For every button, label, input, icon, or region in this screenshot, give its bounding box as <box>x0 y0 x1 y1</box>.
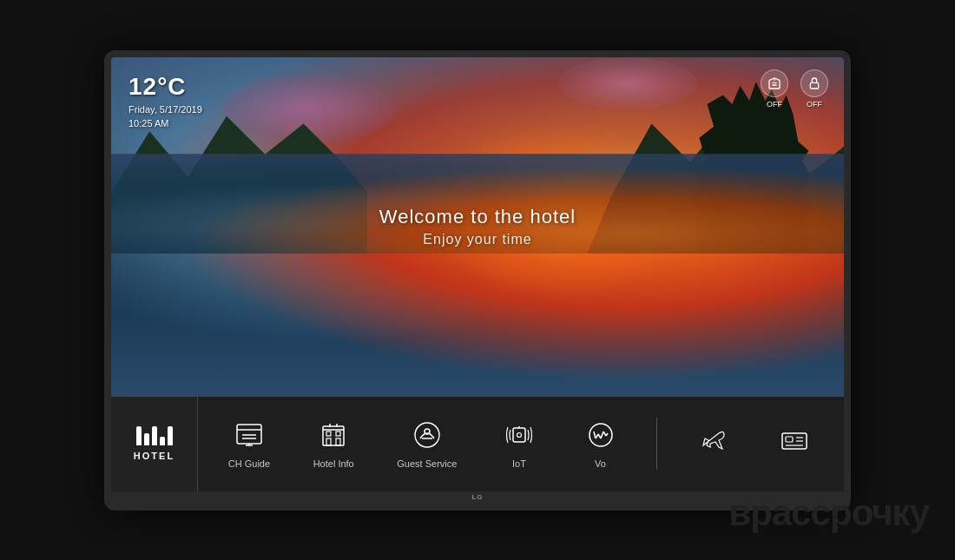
water-reflection <box>111 154 844 254</box>
hotel-logo-text: HOTEL <box>134 451 175 461</box>
menu-item-card[interactable] <box>765 417 824 471</box>
tv-screen: 12°C Friday, 5/17/2019 10:25 AM <box>111 57 844 396</box>
menu-item-guest-service[interactable]: Guest Service <box>386 412 467 476</box>
svg-point-19 <box>517 433 521 438</box>
svg-rect-9 <box>336 432 340 436</box>
lg-logo: LG <box>471 493 483 501</box>
svg-line-26 <box>603 432 606 436</box>
svg-line-22 <box>594 432 596 438</box>
bar3 <box>152 426 157 445</box>
menu-item-vo[interactable]: Vo <box>571 412 630 476</box>
svg-rect-29 <box>786 437 793 442</box>
svg-rect-8 <box>326 432 331 436</box>
bar4 <box>160 437 165 445</box>
vo-label: Vo <box>595 458 606 469</box>
ch-guide-label: CH Guide <box>228 458 270 469</box>
hotel-logo: HOTEL <box>111 397 198 491</box>
hotel-info-icon <box>314 418 352 451</box>
iot-icon <box>500 418 538 451</box>
svg-rect-1 <box>237 425 261 444</box>
tv-bottom-bar: LG <box>111 491 844 504</box>
svg-rect-10 <box>326 438 331 445</box>
bar2 <box>144 433 149 445</box>
guest-service-label: Guest Service <box>397 458 457 469</box>
menu-divider <box>656 418 657 470</box>
svg-rect-18 <box>513 428 525 442</box>
flight-icon <box>695 424 733 457</box>
hotel-bar-chart-icon <box>136 426 173 445</box>
guest-service-icon <box>408 418 446 451</box>
svg-point-15 <box>415 423 439 447</box>
svg-line-25 <box>601 432 603 438</box>
bar1 <box>136 426 142 445</box>
menu-item-hotel-info[interactable]: Hotel Info <box>303 412 365 476</box>
svg-point-21 <box>589 424 612 446</box>
iot-label: IoT <box>512 458 526 469</box>
svg-line-27 <box>606 433 608 436</box>
hotel-info-label: Hotel Info <box>313 458 354 469</box>
menu-item-iot[interactable]: IoT <box>490 412 549 476</box>
menu-item-flight[interactable] <box>684 417 743 471</box>
menu-item-ch-guide[interactable]: CH Guide <box>218 412 280 476</box>
bar5 <box>168 426 173 445</box>
page-wrapper: 12°C Friday, 5/17/2019 10:25 AM <box>0 0 955 560</box>
tv-frame: 12°C Friday, 5/17/2019 10:25 AM <box>104 50 851 511</box>
svg-line-23 <box>596 434 598 438</box>
svg-rect-11 <box>336 438 340 445</box>
card-icon <box>775 424 813 457</box>
menu-bar: HOTEL CH Gu <box>111 396 844 491</box>
menu-items: CH Guide <box>198 397 844 491</box>
cloud2 <box>558 57 697 109</box>
vo-icon <box>582 418 620 451</box>
ch-guide-icon <box>230 418 268 451</box>
